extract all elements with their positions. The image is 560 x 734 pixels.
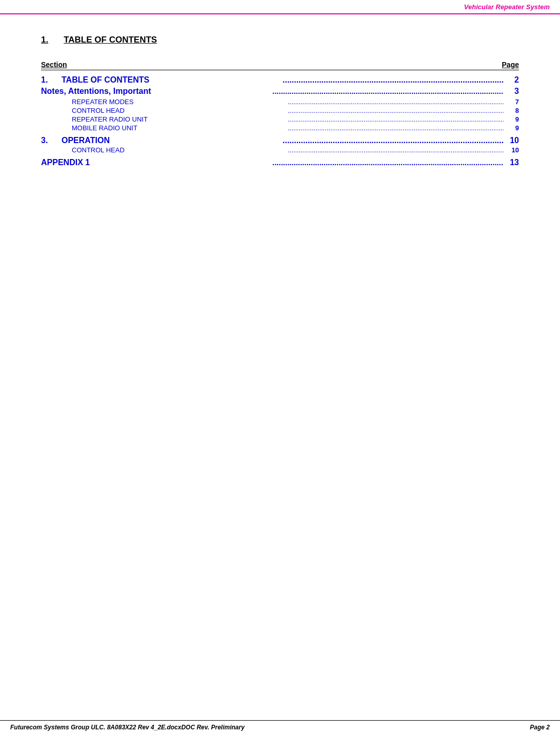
page-container: Vehicular Repeater System 1.TABLE OF CON… bbox=[0, 0, 560, 734]
toc-header-section-label: Section bbox=[41, 61, 67, 69]
page-footer: Futurecom Systems Group ULC. 8A083X22 Re… bbox=[0, 720, 560, 734]
footer-right: Page 2 bbox=[530, 724, 550, 731]
toc-header-page-label: Page bbox=[502, 61, 519, 69]
toc-num-3: 3. bbox=[41, 136, 62, 145]
toc-entry-appendix[interactable]: APPENDIX 1 13 bbox=[41, 158, 519, 167]
page-title-num: 1. bbox=[41, 35, 48, 45]
footer-left: Futurecom Systems Group ULC. 8A083X22 Re… bbox=[10, 724, 245, 731]
toc-entry-notes[interactable]: Notes, Attentions, Important 3 bbox=[41, 87, 519, 96]
toc-entry-repeater-radio[interactable]: REPEATER RADIO UNIT 9 bbox=[41, 115, 519, 123]
toc-entry-control-head-1[interactable]: CONTROL HEAD 8 bbox=[41, 107, 519, 114]
toc-entry-1[interactable]: 1. TABLE OF CONTENTS 2 bbox=[41, 75, 519, 85]
toc-entry-control-head-2[interactable]: CONTROL HEAD 10 bbox=[41, 146, 519, 154]
toc-section: Section Page 1. TABLE OF CONTENTS 2 Note… bbox=[41, 61, 519, 167]
toc-entry-mobile-radio[interactable]: MOBILE RADIO UNIT 9 bbox=[41, 124, 519, 132]
header-title: Vehicular Repeater System bbox=[464, 3, 550, 11]
page-title-text: TABLE OF CONTENTS bbox=[64, 35, 157, 45]
toc-header-row: Section Page bbox=[41, 61, 519, 70]
toc-num-1: 1. bbox=[41, 75, 62, 85]
page-header: Vehicular Repeater System bbox=[0, 0, 560, 14]
toc-entry-repeater-modes[interactable]: REPEATER MODES 7 bbox=[41, 98, 519, 106]
content-area: 1.TABLE OF CONTENTS Section Page 1. TABL… bbox=[0, 14, 560, 200]
page-title: 1.TABLE OF CONTENTS bbox=[41, 35, 519, 45]
toc-entry-operation[interactable]: 3. OPERATION 10 bbox=[41, 136, 519, 145]
